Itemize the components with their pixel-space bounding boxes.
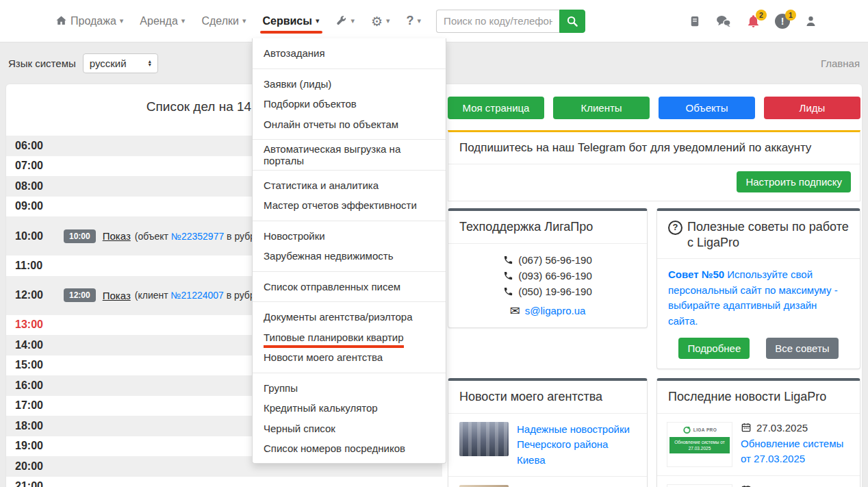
language-select[interactable]: русский ▴▾ xyxy=(83,53,158,73)
alerts-icon[interactable]: ! 1 xyxy=(775,14,790,29)
nav-item-label: Сервисы xyxy=(262,15,311,27)
search-input[interactable] xyxy=(436,10,559,33)
client-number-link[interactable]: №21224007 xyxy=(171,290,224,301)
objects-button[interactable]: Объекты xyxy=(659,97,755,119)
event-time-badge: 10:00 xyxy=(64,229,96,243)
menu-item[interactable]: Новостройки xyxy=(253,226,446,247)
telegram-banner: Подпишитесь на наш Telegram бот для увед… xyxy=(448,130,860,201)
menu-item[interactable]: Черный список xyxy=(253,419,446,439)
settings-menu[interactable]: ⚙ ▾ xyxy=(371,14,390,29)
news-item: LIGA PRO Обновление системы от 27.03.202… xyxy=(657,414,860,476)
news-date: 27.03.2025 xyxy=(756,422,808,434)
menu-item[interactable]: Группы xyxy=(253,378,446,399)
email-link[interactable]: s@ligapro.ua xyxy=(525,305,586,316)
chevron-down-icon: ▾ xyxy=(316,16,320,25)
tips-card: ? Полезные советы по работе с LigaPro Со… xyxy=(656,208,860,369)
menu-item[interactable]: Документы агентства/риэлтора xyxy=(253,307,446,327)
language-select-value: русский xyxy=(90,58,127,69)
phone-number[interactable]: (050) 19-96-190 xyxy=(459,284,636,299)
menu-divider xyxy=(253,170,446,171)
phone-number[interactable]: (093) 66-96-190 xyxy=(459,268,636,284)
news-link[interactable]: Надежные новостройки Печерского района К… xyxy=(517,422,636,469)
calendar-row[interactable]: 21:00 xyxy=(6,477,442,487)
help-menu[interactable]: ? ▾ xyxy=(407,14,422,28)
search-bar xyxy=(436,10,585,33)
news-link[interactable]: Обновление системы от 27.03.2025 xyxy=(741,438,843,465)
object-number-link[interactable]: №22352977 xyxy=(171,231,224,242)
chevron-down-icon: ▾ xyxy=(181,16,186,25)
menu-item[interactable]: Заявки (лиды) xyxy=(253,74,446,95)
menu-divider xyxy=(253,139,446,140)
tools-menu[interactable]: ▾ xyxy=(335,15,355,27)
notifications-icon[interactable]: 2 xyxy=(746,14,761,29)
quick-buttons: Моя страница Клиенты Объекты Лиды xyxy=(448,97,860,119)
chevron-down-icon: ▾ xyxy=(120,16,124,25)
messages-icon[interactable] xyxy=(715,14,732,28)
phone-number[interactable]: (067) 56-96-190 xyxy=(459,252,636,268)
menu-item[interactable]: Подборки объектов xyxy=(253,94,446,114)
liga-pro-logo-icon xyxy=(682,425,691,434)
news-thumbnail[interactable]: LIGA PRO Обновление системы от 27.03.202… xyxy=(667,422,732,467)
details-button[interactable]: Подробнее xyxy=(678,338,750,359)
leads-button[interactable]: Лиды xyxy=(764,97,860,119)
nav-item-deals[interactable]: Сделки ▾ xyxy=(201,15,246,27)
phone-icon xyxy=(503,286,513,297)
time-label: 08:00 xyxy=(6,180,64,192)
notifications-badge: 2 xyxy=(756,10,767,21)
menu-item-typical-apartment-layouts[interactable]: Типовые планировки квартир xyxy=(253,327,446,348)
top-navbar: Продажа ▾ Аренда ▾ Сделки ▾ Сервисы ▾ ▾ … xyxy=(0,0,868,42)
menu-item[interactable]: Зарубежная недвижимость xyxy=(253,246,446,266)
phone-number-text: (093) 66-96-190 xyxy=(518,268,592,284)
menu-divider xyxy=(253,271,446,272)
menu-item[interactable]: Список номеров посредников xyxy=(253,438,446,459)
chevron-down-icon: ▾ xyxy=(418,16,422,25)
time-label: 21:00 xyxy=(6,480,64,487)
main-menu: Продажа ▾ Аренда ▾ Сделки ▾ Сервисы ▾ ▾ … xyxy=(71,14,421,29)
agency-news-card: Новости моего агентства Надежные новостр… xyxy=(448,378,648,487)
services-dropdown-menu: Автозадания Заявки (лиды) Подборки объек… xyxy=(252,38,446,464)
search-icon xyxy=(565,14,579,28)
breadcrumb-home[interactable]: Главная xyxy=(821,58,860,69)
profile-icon[interactable] xyxy=(804,14,817,28)
nav-item-services[interactable]: Сервисы ▾ xyxy=(262,15,319,27)
tips-card-title: Полезные советы по работе с LigaPro xyxy=(687,219,849,250)
journal-icon[interactable] xyxy=(689,14,701,28)
event-link[interactable]: Показ xyxy=(103,230,131,242)
news-item: LIGA PRO Обновление системы от 25.12.202… xyxy=(657,476,860,487)
time-label: 07:00 xyxy=(6,160,64,172)
menu-item[interactable]: Кредитный калькулятор xyxy=(253,398,446,419)
time-label: 06:00 xyxy=(6,140,64,152)
time-label: 10:00 xyxy=(6,230,64,242)
event-link[interactable]: Показ xyxy=(103,290,131,301)
clients-button[interactable]: Клиенты xyxy=(553,97,650,119)
my-page-button[interactable]: Моя страница xyxy=(448,97,544,119)
search-button[interactable] xyxy=(559,10,585,33)
chevron-down-icon: ▾ xyxy=(242,16,246,25)
question-circle-icon: ? xyxy=(668,221,682,235)
menu-item[interactable]: Новости моего агентства xyxy=(253,347,446,368)
news-item: Надежные новостройки Печерского района К… xyxy=(448,414,647,477)
nav-item-label: Аренда xyxy=(140,15,178,27)
menu-item[interactable]: Мастер отчетов эффективности xyxy=(253,195,446,216)
menu-item[interactable]: Автозадания xyxy=(253,43,446,64)
nav-item-label: Продажа xyxy=(71,15,116,27)
menu-item[interactable]: Автоматическая выгрузка на порталы xyxy=(253,145,446,165)
menu-item[interactable]: Список отправленных писем xyxy=(253,277,446,297)
support-card-title: Техподдержка ЛигаПро xyxy=(448,211,647,244)
subscribe-button[interactable]: Настроить подписку xyxy=(737,171,851,192)
menu-item[interactable]: Онлайн отчеты по объектам xyxy=(253,114,446,135)
nav-item-sales[interactable]: Продажа ▾ xyxy=(71,15,123,27)
news-thumbnail[interactable]: LIGA PRO Обновление системы от 25.12.202… xyxy=(667,484,732,487)
time-label: 15:00 xyxy=(6,359,64,371)
nav-item-rent[interactable]: Аренда ▾ xyxy=(140,15,185,27)
news-thumbnail[interactable] xyxy=(459,422,509,456)
phone-icon xyxy=(503,271,513,281)
liga-news-title: Последние новости LigaPro xyxy=(657,381,860,414)
home-icon[interactable] xyxy=(55,14,68,27)
app-page: Продажа ▾ Аренда ▾ Сделки ▾ Сервисы ▾ ▾ … xyxy=(0,0,868,487)
news-caption: Обновление системы от 27.03.2025 xyxy=(669,437,730,454)
tip-number: Совет №50 xyxy=(668,269,724,280)
menu-item[interactable]: Статистика и аналитика xyxy=(253,175,446,196)
all-tips-button[interactable]: Все советы xyxy=(766,338,838,359)
time-label: 14:00 xyxy=(6,339,64,351)
